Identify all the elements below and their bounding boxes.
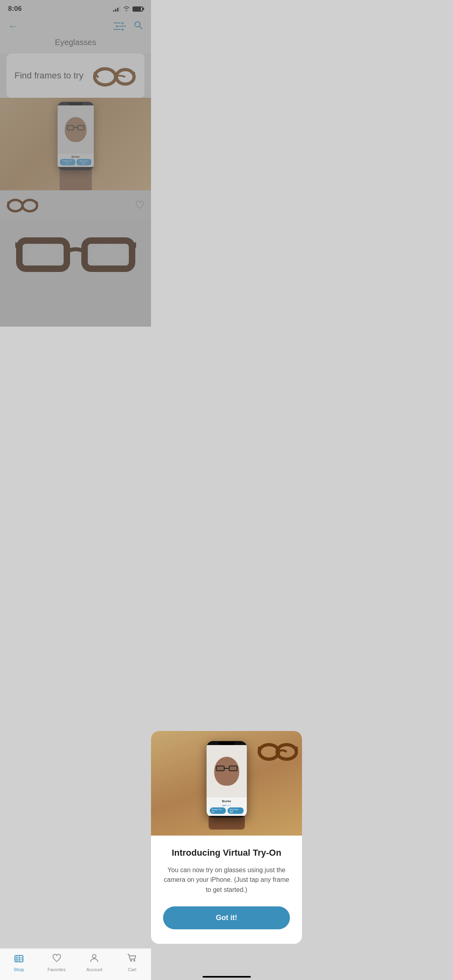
overlay-scrim xyxy=(0,0,151,327)
